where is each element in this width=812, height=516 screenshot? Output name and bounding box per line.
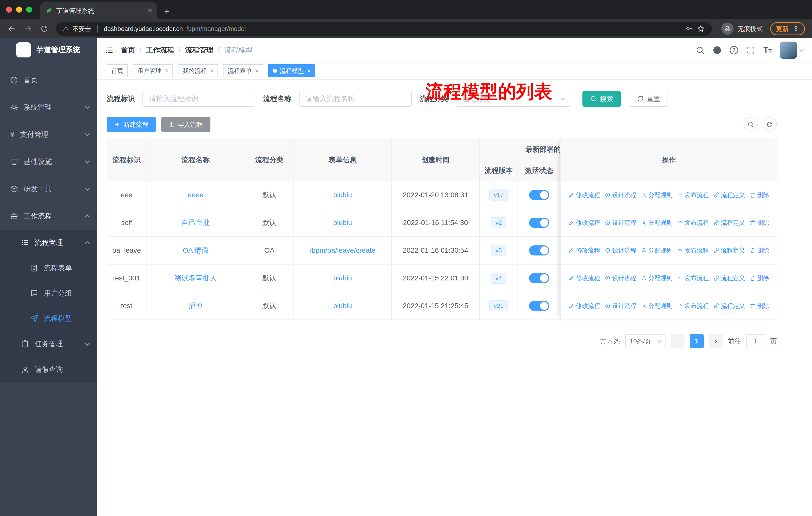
- close-icon[interactable]: [255, 67, 259, 75]
- design-process-link[interactable]: 设计流程: [605, 246, 636, 254]
- edit-process-link[interactable]: 修改流程: [568, 274, 600, 282]
- sidebar-item-task-mgmt[interactable]: 任务管理: [0, 331, 97, 357]
- reset-button[interactable]: 重置: [629, 91, 668, 107]
- sidebar-item-payment[interactable]: ¥ 支付管理: [0, 121, 97, 148]
- menu-kebab-icon[interactable]: ⋮: [793, 25, 799, 33]
- process-definition-link[interactable]: 流程定义: [713, 246, 745, 254]
- assign-rule-link[interactable]: 分配规则: [641, 274, 672, 282]
- sidebar-item-workflow[interactable]: 工作流程: [0, 202, 97, 230]
- design-process-link[interactable]: 设计流程: [605, 219, 636, 227]
- publish-process-link[interactable]: 发布流程: [677, 274, 709, 282]
- tag-home[interactable]: 首页: [107, 64, 128, 77]
- breadcrumb-process-mgmt[interactable]: 流程管理: [174, 45, 213, 55]
- edit-process-link[interactable]: 修改流程: [568, 302, 600, 310]
- delete-link[interactable]: 删除: [750, 274, 769, 282]
- search-button[interactable]: 搜索: [582, 91, 621, 107]
- sidebar-item-infra[interactable]: 基础设施: [0, 148, 97, 175]
- edit-process-link[interactable]: 修改流程: [568, 191, 600, 199]
- search-icon[interactable]: [695, 46, 704, 55]
- assign-rule-link[interactable]: 分配规则: [641, 246, 672, 254]
- help-icon[interactable]: ?: [730, 46, 738, 54]
- active-toggle[interactable]: [529, 218, 549, 228]
- github-icon[interactable]: [713, 46, 722, 55]
- delete-link[interactable]: 删除: [750, 302, 769, 310]
- breadcrumb-workflow[interactable]: 工作流程: [135, 45, 174, 55]
- next-page-button[interactable]: ›: [709, 334, 723, 348]
- close-icon[interactable]: [307, 67, 311, 75]
- sidebar-item-process-model[interactable]: 流程模型: [0, 306, 97, 331]
- active-toggle[interactable]: [529, 245, 549, 255]
- active-toggle[interactable]: [529, 273, 549, 283]
- form-link[interactable]: biubiu: [333, 219, 352, 227]
- edit-process-link[interactable]: 修改流程: [568, 219, 600, 227]
- design-process-link[interactable]: 设计流程: [605, 274, 636, 282]
- form-link[interactable]: /bpm/oa/leave/create: [310, 246, 376, 254]
- edit-process-link[interactable]: 修改流程: [568, 246, 600, 254]
- publish-process-link[interactable]: 发布流程: [677, 191, 709, 199]
- breadcrumb-home[interactable]: 首页: [121, 45, 135, 55]
- active-toggle[interactable]: [529, 301, 549, 311]
- form-link[interactable]: biubiu: [333, 302, 352, 310]
- tab-close-icon[interactable]: ×: [148, 6, 152, 15]
- process-definition-link[interactable]: 流程定义: [713, 274, 745, 282]
- delete-link[interactable]: 删除: [750, 191, 769, 199]
- import-process-button[interactable]: 导入流程: [161, 117, 210, 132]
- publish-process-link[interactable]: 发布流程: [677, 302, 709, 310]
- bookmark-star-icon[interactable]: [697, 25, 705, 33]
- process-name-input[interactable]: [299, 91, 412, 107]
- minimize-window-button[interactable]: [16, 6, 22, 12]
- process-definition-link[interactable]: 流程定义: [713, 191, 745, 199]
- sidebar-item-user-group[interactable]: 用户分组: [0, 281, 97, 306]
- close-icon[interactable]: [210, 67, 213, 75]
- form-link[interactable]: biubiu: [333, 191, 352, 199]
- model-name-link[interactable]: 自己审批: [181, 218, 210, 227]
- sidebar-item-devtools[interactable]: 研发工具: [0, 175, 97, 202]
- delete-link[interactable]: 删除: [750, 219, 769, 227]
- fullscreen-icon[interactable]: [746, 46, 755, 55]
- form-link[interactable]: biubiu: [333, 274, 352, 282]
- design-process-link[interactable]: 设计流程: [605, 191, 636, 199]
- prev-page-button[interactable]: ‹: [671, 334, 685, 348]
- design-process-link[interactable]: 设计流程: [605, 302, 636, 310]
- passwords-key-icon[interactable]: [685, 25, 693, 33]
- tag-tenant[interactable]: 租户管理: [133, 64, 173, 77]
- refresh-table-button[interactable]: [763, 117, 777, 132]
- goto-page-input[interactable]: [746, 334, 765, 348]
- sidebar-item-process-form[interactable]: 流程表单: [0, 255, 97, 281]
- hamburger-icon[interactable]: [105, 46, 114, 55]
- tag-process-form[interactable]: 流程表单: [223, 64, 263, 77]
- browser-tab[interactable]: 芋道管理系统 ×: [40, 2, 157, 19]
- active-toggle[interactable]: [529, 190, 549, 200]
- sidebar-item-system[interactable]: 系统管理: [0, 94, 97, 121]
- forward-icon[interactable]: [24, 24, 33, 33]
- tag-process-model[interactable]: 流程模型: [268, 64, 315, 77]
- close-window-button[interactable]: [6, 6, 12, 12]
- model-name-link[interactable]: 滔博: [188, 301, 203, 311]
- sidebar-item-leave-query[interactable]: 请假查询: [0, 357, 97, 382]
- sidebar-logo[interactable]: 芋道管理系统: [0, 38, 97, 61]
- model-name-link[interactable]: eeee: [188, 191, 203, 199]
- new-tab-button[interactable]: +: [164, 6, 170, 16]
- create-process-button[interactable]: 新建流程: [107, 117, 156, 132]
- tag-my-process[interactable]: 我的流程: [178, 64, 218, 77]
- model-name-link[interactable]: 测试多审批人: [174, 273, 217, 283]
- back-icon[interactable]: [7, 24, 16, 33]
- delete-link[interactable]: 删除: [750, 246, 769, 254]
- assign-rule-link[interactable]: 分配规则: [641, 191, 672, 199]
- process-definition-link[interactable]: 流程定义: [713, 219, 745, 227]
- sidebar-item-process-mgmt[interactable]: 流程管理: [0, 230, 97, 255]
- model-name-link[interactable]: OA 请假: [183, 246, 209, 255]
- assign-rule-link[interactable]: 分配规则: [641, 302, 672, 310]
- page-number-button[interactable]: 1: [690, 334, 704, 348]
- toggle-search-button[interactable]: [744, 117, 758, 132]
- font-size-icon[interactable]: TT: [763, 46, 772, 55]
- reload-icon[interactable]: [40, 25, 48, 33]
- process-id-input[interactable]: [142, 91, 255, 107]
- process-definition-link[interactable]: 流程定义: [713, 302, 745, 310]
- publish-process-link[interactable]: 发布流程: [677, 219, 709, 227]
- address-bar[interactable]: ⚠ 不安全 dashboard.yudao.iocoder.cn/bpm/man…: [56, 22, 712, 36]
- assign-rule-link[interactable]: 分配规则: [641, 219, 672, 227]
- chrome-update-button[interactable]: 更新 ⋮: [770, 22, 805, 35]
- close-icon[interactable]: [165, 67, 168, 75]
- user-menu[interactable]: [780, 42, 803, 59]
